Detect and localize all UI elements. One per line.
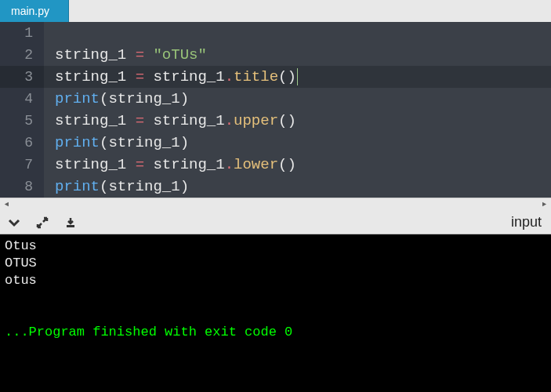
- code-line[interactable]: 5string_1 = string_1.upper(): [0, 110, 551, 132]
- code-line[interactable]: 4print(string_1): [0, 88, 551, 110]
- tab-bar: main.py: [0, 0, 551, 22]
- code-line[interactable]: 7string_1 = string_1.lower(): [0, 154, 551, 176]
- line-number: 8: [0, 176, 44, 198]
- horizontal-scrollbar[interactable]: ◄ ►: [0, 198, 551, 211]
- expand-icon[interactable]: [34, 215, 50, 230]
- text-cursor: [297, 68, 298, 85]
- line-number: 2: [0, 44, 44, 66]
- code-content[interactable]: print(string_1): [44, 90, 189, 107]
- code-line[interactable]: 3string_1 = string_1.title(): [0, 66, 551, 88]
- input-label: input: [511, 214, 545, 230]
- scroll-left-icon[interactable]: ◄: [0, 198, 13, 212]
- line-number: 6: [0, 132, 44, 154]
- line-number: 1: [0, 22, 44, 44]
- line-number: 3: [0, 66, 44, 88]
- console-toolbar: input: [0, 211, 551, 234]
- code-line[interactable]: 2string_1 = "oTUs": [0, 44, 551, 66]
- code-content[interactable]: string_1 = string_1.title(): [44, 68, 298, 85]
- exit-message: ...Program finished with exit code 0: [5, 324, 546, 341]
- code-line[interactable]: 6print(string_1): [0, 132, 551, 154]
- console-line: otus: [5, 272, 546, 289]
- console-output[interactable]: OtusOTUSotus ...Program finished with ex…: [0, 234, 551, 392]
- code-content[interactable]: string_1 = "oTUs": [44, 46, 207, 64]
- download-icon[interactable]: [63, 215, 78, 230]
- console-line: [5, 307, 546, 324]
- scroll-right-icon[interactable]: ►: [538, 198, 551, 212]
- line-number: 5: [0, 110, 44, 132]
- console-line: Otus: [5, 238, 546, 255]
- file-tab[interactable]: main.py: [0, 0, 69, 22]
- code-line[interactable]: 8print(string_1): [0, 176, 551, 198]
- line-number: 4: [0, 88, 44, 110]
- code-content[interactable]: print(string_1): [44, 178, 189, 195]
- code-line[interactable]: 1: [0, 22, 551, 44]
- code-editor[interactable]: 12string_1 = "oTUs"3string_1 = string_1.…: [0, 22, 551, 198]
- console-line: [5, 289, 546, 307]
- console-line: OTUS: [5, 255, 546, 272]
- chevron-down-icon[interactable]: [6, 215, 22, 230]
- svg-rect-0: [67, 225, 74, 227]
- code-content[interactable]: string_1 = string_1.lower(): [44, 156, 296, 173]
- line-number: 7: [0, 154, 44, 176]
- code-content[interactable]: print(string_1): [44, 134, 189, 151]
- tab-filename: main.py: [11, 5, 49, 17]
- code-content[interactable]: string_1 = string_1.upper(): [44, 112, 296, 129]
